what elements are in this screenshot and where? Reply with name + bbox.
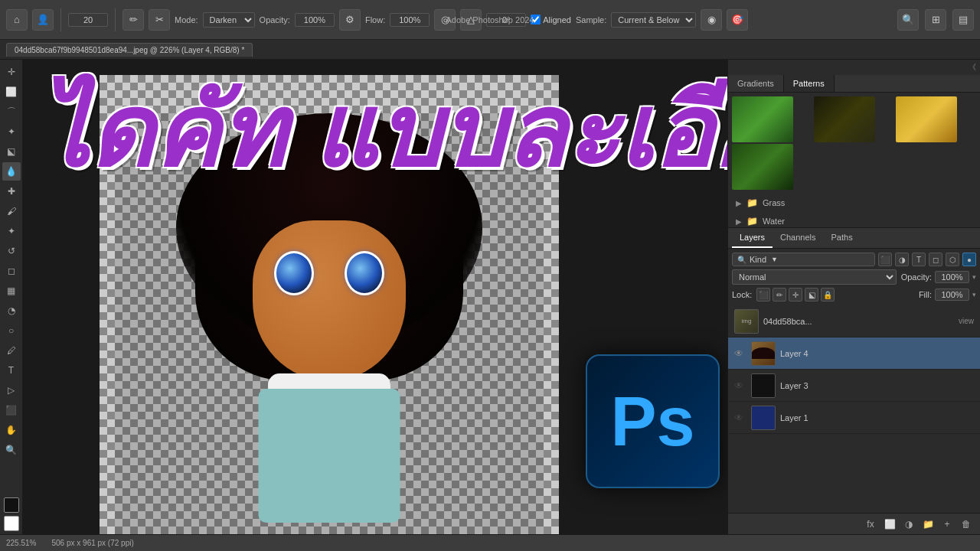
- user-button[interactable]: 👤: [32, 9, 54, 31]
- zoom-level: 225.51%: [6, 539, 36, 547]
- layers-controls: 🔍 Kind ▼ ⬛ ◑ T ◻ ⬡ ●: [728, 249, 980, 305]
- move-tool[interactable]: ✛: [2, 63, 21, 81]
- heal-tool[interactable]: ✚: [2, 182, 21, 201]
- visibility-eye-1[interactable]: 👁: [734, 412, 746, 423]
- panel-icon[interactable]: ▤: [952, 9, 974, 31]
- tab-channels[interactable]: Channels: [773, 228, 823, 248]
- layers-filter-select[interactable]: 🔍 Kind ▼: [732, 253, 875, 266]
- new-layer-button[interactable]: +: [939, 517, 955, 532]
- ps-logo-text: Ps: [610, 387, 694, 456]
- bg-color[interactable]: [4, 516, 19, 531]
- flow-label: Flow:: [365, 15, 385, 24]
- layer-thumb-4: [751, 341, 776, 366]
- layer-name-3: Layer 3: [780, 381, 974, 390]
- panel-collapse-btn[interactable]: 《: [728, 60, 980, 75]
- layer-item-1[interactable]: 👁 Layer 1: [728, 402, 980, 434]
- delete-layer-button[interactable]: 🗑: [959, 517, 974, 532]
- fg-color[interactable]: [4, 497, 19, 513]
- add-mask-button[interactable]: ⬜: [882, 517, 897, 532]
- filter-icon-pixel[interactable]: ⬛: [878, 253, 892, 266]
- clone-tool-btn[interactable]: ✂: [149, 9, 170, 31]
- flow-value[interactable]: 100%: [390, 13, 430, 27]
- adjustment-button[interactable]: ◑: [901, 517, 916, 532]
- layer-item-4[interactable]: 👁 Layer 4: [728, 337, 980, 370]
- type-tool[interactable]: T: [2, 361, 21, 380]
- patterns-panel: Gradients Patterns ▶ 📁 Grass ▶ 📁 Water: [728, 75, 980, 228]
- crop-tool[interactable]: ⬕: [2, 142, 21, 161]
- magic-wand-tool[interactable]: ✦: [2, 122, 21, 141]
- layers-panel: Layers Channels Paths 🔍 Kind ▼ ⬛ ◑ T: [728, 228, 980, 534]
- dodge-tool[interactable]: ○: [2, 321, 21, 340]
- folder-button[interactable]: 📁: [920, 517, 936, 532]
- pattern-thumb-2[interactable]: [814, 96, 875, 142]
- path-tool[interactable]: ▷: [2, 381, 21, 399]
- lock-draw-btn[interactable]: ✏: [773, 288, 786, 302]
- arrange-icon[interactable]: ⊞: [925, 9, 946, 31]
- brush-tool-btn[interactable]: ✏: [122, 9, 144, 31]
- aligned-label: Aligned: [543, 15, 571, 24]
- target-btn[interactable]: 🎯: [727, 9, 748, 31]
- tab-patterns[interactable]: Patterns: [784, 75, 835, 92]
- tab-layers[interactable]: Layers: [732, 228, 773, 248]
- pen-tool[interactable]: 🖊: [2, 341, 21, 360]
- lock-all-btn[interactable]: 🔒: [821, 288, 835, 302]
- fx-button[interactable]: fx: [863, 517, 878, 532]
- mode-select[interactable]: Darken Normal Multiply: [203, 12, 255, 28]
- opacity-value[interactable]: 100%: [935, 271, 969, 283]
- fill-value[interactable]: 100%: [935, 289, 969, 301]
- opacity-value[interactable]: 100%: [295, 13, 335, 27]
- brush-size[interactable]: 20: [68, 13, 108, 27]
- opacity-row: Opacity: 100% ▾: [901, 271, 976, 283]
- eraser-tool[interactable]: ◻: [2, 262, 21, 280]
- brush-tool[interactable]: 🖌: [2, 202, 21, 220]
- fill-chevron-icon: ▾: [972, 291, 976, 298]
- lock-move-btn[interactable]: ✛: [789, 288, 802, 302]
- pattern-thumb-3[interactable]: [896, 96, 957, 142]
- gradient-tool[interactable]: ▦: [2, 282, 21, 300]
- eyedropper-tool[interactable]: 💧: [2, 162, 21, 181]
- layer-name-4: Layer 4: [780, 349, 974, 358]
- filter-icon-shape[interactable]: ◻: [929, 253, 942, 266]
- layer-action-view[interactable]: view: [959, 317, 974, 325]
- folder-icon-water: 📁: [746, 216, 758, 227]
- sample-select[interactable]: Current & Below All Layers Current Layer: [611, 12, 696, 28]
- pattern-thumb-4[interactable]: [732, 144, 793, 190]
- visibility-eye-4[interactable]: 👁: [734, 348, 746, 359]
- filter-icon-adjust[interactable]: ◑: [895, 253, 909, 266]
- main-layout: ✛ ⬜ ⌒ ✦ ⬕ 💧 ✚ 🖌 ✦ ↺ ◻ ▦ ◔ ○ 🖊 T ▷ ⬛ ✋ 🔍 …: [0, 60, 980, 534]
- settings-btn[interactable]: ⚙: [339, 9, 361, 31]
- blur-tool[interactable]: ◔: [2, 302, 21, 320]
- history-tool[interactable]: ↺: [2, 242, 21, 260]
- select-tool[interactable]: ⬜: [2, 83, 21, 101]
- pattern-group-water-label: Water: [763, 217, 785, 226]
- lock-pixels-btn[interactable]: ⬛: [756, 288, 770, 302]
- pattern-group-water[interactable]: ▶ 📁 Water: [728, 212, 980, 228]
- layer-item-file[interactable]: img 04dd58bca... view: [728, 305, 980, 337]
- tab-paths[interactable]: Paths: [824, 228, 861, 248]
- file-tab[interactable]: 04dd58bca67f9b9948501d8ea94...jpeg @ 226…: [6, 43, 253, 57]
- pattern-thumb-1[interactable]: [732, 96, 793, 142]
- sample-label: Sample:: [576, 15, 606, 24]
- blend-row: Normal Dissolve Darken Opacity: 100% ▾: [732, 269, 976, 285]
- tab-gradients[interactable]: Gradients: [728, 75, 784, 92]
- hand-tool[interactable]: ✋: [2, 421, 21, 439]
- shape-tool[interactable]: ⬛: [2, 401, 21, 419]
- filter-icon-smart[interactable]: ⬡: [946, 253, 959, 266]
- opacity-label: Opacity:: [901, 272, 932, 282]
- home-button[interactable]: ⌂: [6, 9, 28, 31]
- lasso-tool[interactable]: ⌒: [2, 103, 21, 121]
- layer-item-3[interactable]: 👁 Layer 3: [728, 370, 980, 402]
- filter-icon-type[interactable]: T: [912, 253, 926, 266]
- clone-tool[interactable]: ✦: [2, 222, 21, 240]
- filter-toggle[interactable]: ●: [962, 253, 976, 266]
- blend-mode-select[interactable]: Normal Dissolve Darken: [732, 269, 897, 285]
- search-icon[interactable]: 🔍: [897, 9, 919, 31]
- pattern-group-grass[interactable]: ▶ 📁 Grass: [728, 194, 980, 212]
- zoom-tool[interactable]: 🔍: [2, 441, 21, 459]
- fill-row: Fill: 100% ▾: [919, 289, 976, 301]
- lock-artboard-btn[interactable]: ⬕: [805, 288, 818, 302]
- sample-btn[interactable]: ◉: [701, 9, 722, 31]
- visibility-eye-3[interactable]: 👁: [734, 380, 746, 391]
- separator-2: [115, 8, 116, 31]
- right-panel: 《 Gradients Patterns ▶ 📁 Grass ▶ 📁 Wat: [727, 60, 980, 534]
